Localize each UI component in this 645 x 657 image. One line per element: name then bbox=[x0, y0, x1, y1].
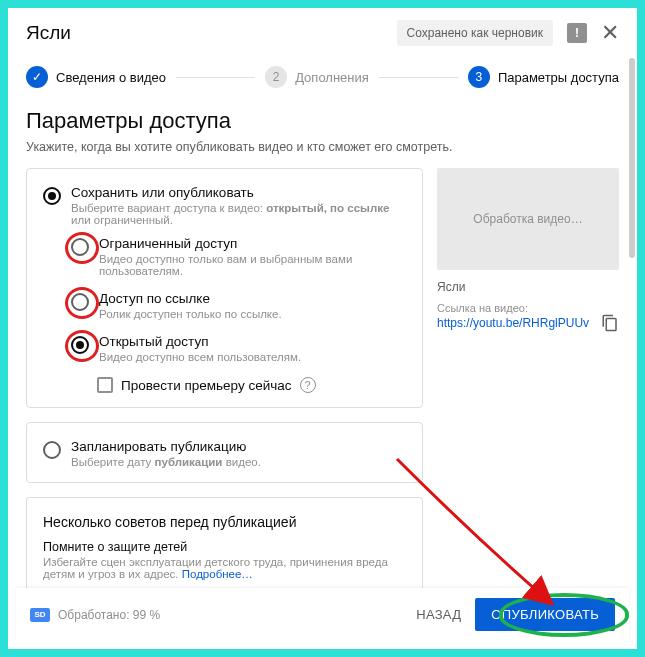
step-divider bbox=[379, 77, 458, 78]
video-link[interactable]: https://youtu.be/RHRglPUUv bbox=[437, 316, 597, 330]
footer-bar: SD Обработано: 99 % НАЗАД ОПУБЛИКОВАТЬ bbox=[16, 588, 629, 641]
section-heading: Параметры доступа bbox=[26, 108, 619, 134]
option-title: Ограниченный доступ bbox=[99, 236, 406, 251]
copy-icon[interactable] bbox=[601, 314, 619, 332]
step-label: Дополнения bbox=[295, 70, 369, 85]
processing-status: Обработано: 99 % bbox=[58, 608, 402, 622]
tips-heading: Несколько советов перед публикацией bbox=[43, 514, 406, 530]
stepper: ✓ Сведения о видео 2 Дополнения 3 Параме… bbox=[8, 58, 637, 102]
step-details[interactable]: ✓ Сведения о видео bbox=[26, 66, 166, 88]
option-desc: Выберите дату публикации видео. bbox=[71, 456, 261, 468]
draft-status-badge: Сохранено как черновик bbox=[397, 20, 554, 46]
private-radio[interactable] bbox=[71, 238, 89, 256]
video-title: Ясли bbox=[437, 280, 619, 294]
option-desc: Видео доступно только вам и выбранным ва… bbox=[99, 253, 406, 277]
link-label: Ссылка на видео: bbox=[437, 302, 619, 314]
save-publish-radio[interactable] bbox=[43, 187, 61, 205]
option-desc: Видео доступно всем пользователям. bbox=[99, 351, 301, 363]
public-radio[interactable] bbox=[71, 336, 89, 354]
learn-more-link[interactable]: Подробнее… bbox=[182, 568, 253, 580]
page-title: Ясли bbox=[26, 22, 397, 44]
feedback-icon[interactable]: ! bbox=[567, 23, 587, 43]
step-elements[interactable]: 2 Дополнения bbox=[265, 66, 369, 88]
unlisted-radio[interactable] bbox=[71, 293, 89, 311]
schedule-card: Запланировать публикацию Выберите дату п… bbox=[26, 422, 423, 483]
hd-badge: SD bbox=[30, 608, 50, 622]
video-preview-panel: Обработка видео… Ясли Ссылка на видео: h… bbox=[437, 168, 619, 332]
back-button[interactable]: НАЗАД bbox=[402, 599, 475, 630]
premiere-checkbox[interactable] bbox=[97, 377, 113, 393]
check-icon: ✓ bbox=[26, 66, 48, 88]
section-subheading: Укажите, когда вы хотите опубликовать ви… bbox=[26, 140, 619, 154]
video-thumbnail: Обработка видео… bbox=[437, 168, 619, 270]
close-icon[interactable]: ✕ bbox=[601, 20, 619, 46]
step-label: Сведения о видео bbox=[56, 70, 166, 85]
premiere-label: Провести премьеру сейчас bbox=[121, 378, 292, 393]
scrollbar[interactable] bbox=[629, 58, 635, 258]
step-divider bbox=[176, 77, 255, 78]
option-desc: Выберите вариант доступа к видео: открыт… bbox=[71, 202, 406, 226]
option-title: Сохранить или опубликовать bbox=[71, 185, 406, 200]
publish-button[interactable]: ОПУБЛИКОВАТЬ bbox=[475, 598, 615, 631]
save-publish-card: Сохранить или опубликовать Выберите вари… bbox=[26, 168, 423, 408]
option-title: Открытый доступ bbox=[99, 334, 301, 349]
step-label: Параметры доступа bbox=[498, 70, 619, 85]
help-icon[interactable]: ? bbox=[300, 377, 316, 393]
step-number: 3 bbox=[468, 66, 490, 88]
step-number: 2 bbox=[265, 66, 287, 88]
schedule-radio[interactable] bbox=[43, 441, 61, 459]
option-title: Запланировать публикацию bbox=[71, 439, 261, 454]
step-visibility[interactable]: 3 Параметры доступа bbox=[468, 66, 619, 88]
option-title: Доступ по ссылке bbox=[99, 291, 282, 306]
tip-desc: Избегайте сцен эксплуатации детского тру… bbox=[43, 556, 406, 580]
processing-label: Обработка видео… bbox=[473, 212, 582, 226]
option-desc: Ролик доступен только по ссылке. bbox=[99, 308, 282, 320]
tip-heading: Помните о защите детей bbox=[43, 540, 406, 554]
